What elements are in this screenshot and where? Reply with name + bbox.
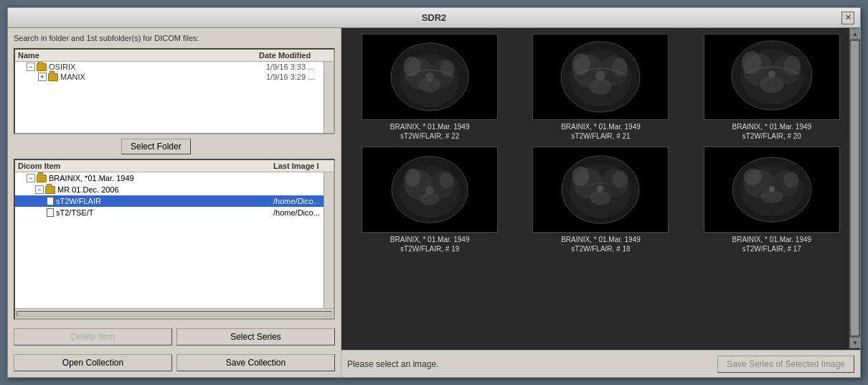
image-label-1: BRAINIX, * 01.Mar. 1949sT2W/FLAIR, # 22	[390, 122, 470, 141]
left-panel: Search in folder and 1st subfolder(s) fo…	[8, 28, 341, 377]
dicom-item-st2wflair[interactable]: sT2W/FLAIR /home/Dico...	[15, 195, 334, 207]
folder-icon-osirix	[37, 63, 47, 71]
close-button[interactable]: ✕	[841, 11, 854, 24]
right-scrollbar[interactable]: ▲ ▼	[849, 28, 860, 348]
h-scroll-track	[16, 311, 332, 317]
image-label-5: BRAINIX, * 01.Mar. 1949sT2W/FLAIR, # 18	[561, 235, 641, 254]
main-content: Search in folder and 1st subfolder(s) fo…	[8, 28, 860, 377]
image-label-4: BRAINIX, * 01.Mar. 1949sT2W/FLAIR, # 19	[390, 235, 470, 254]
svg-point-43	[613, 170, 628, 187]
dicom-tree: Dicom Item Last Image I − BRAINIX, *01.M…	[14, 159, 335, 320]
dicom-item-brainix[interactable]: − BRAINIX, *01.Mar. 1949	[15, 172, 334, 184]
image-thumb-4	[362, 147, 498, 233]
mr-label: MR 01.Dec. 2006	[57, 185, 331, 194]
svg-point-52	[783, 172, 799, 187]
svg-point-44	[598, 185, 605, 192]
manix-label: MANIX	[60, 73, 266, 81]
svg-point-14	[590, 79, 612, 95]
folder-icon-manix	[48, 73, 58, 81]
folder-tree: Name Date Modified − OSIRIX 1/9/16 3:33 …	[14, 48, 335, 134]
search-label: Search in folder and 1st subfolder(s) fo…	[14, 34, 335, 42]
svg-point-42	[572, 167, 590, 187]
image-label-3: BRAINIX, * 01.Mar. 1949sT2W/FLAIR, # 20	[732, 122, 812, 141]
folder-icon-brainix	[37, 175, 47, 182]
st2tse-path: /home/Dico...	[273, 208, 331, 217]
dicom-item-st2tse[interactable]: sT2/TSE/T /home/Dico...	[15, 207, 334, 218]
expand-mr[interactable]: −	[35, 185, 44, 194]
col-date: Date Modified	[259, 51, 331, 60]
dicom-h-scrollbar[interactable]	[15, 308, 334, 318]
col-name: Name	[18, 51, 259, 60]
scroll-thumb[interactable]	[851, 41, 859, 335]
select-series-button[interactable]: Select Series	[176, 328, 335, 345]
osirix-label: OSIRIX	[49, 62, 266, 71]
image-label-2: BRAINIX, * 01.Mar. 1949sT2W/FLAIR, # 21	[561, 122, 641, 141]
image-thumb-2	[532, 34, 669, 120]
dicom-tree-scrollbar[interactable]	[324, 172, 334, 308]
svg-point-26	[768, 70, 775, 78]
bottom-buttons-row2: Open Collection Save Collection	[14, 350, 335, 371]
folder-tree-item-osirix[interactable]: − OSIRIX 1/9/16 3:33 ...	[15, 62, 334, 72]
image-grid: BRAINIX, * 01.Mar. 1949sT2W/FLAIR, # 22	[341, 28, 860, 350]
save-series-button[interactable]: Save Series of Selected Image	[717, 356, 854, 373]
right-bottom-bar: Please select an image. Save Series of S…	[341, 350, 860, 377]
scroll-up-arrow[interactable]: ▲	[849, 28, 860, 40]
svg-point-23	[760, 76, 783, 93]
st2wflair-label: sT2W/FLAIR	[56, 197, 273, 205]
svg-point-8	[425, 73, 434, 81]
image-cell-6[interactable]: BRAINIX, * 01.Mar. 1949sT2W/FLAIR, # 17	[689, 147, 854, 254]
brainix-label: BRAINIX, *01.Mar. 1949	[49, 174, 331, 182]
file-icon-st2wflair	[47, 197, 54, 205]
image-cell-1[interactable]: BRAINIX, * 01.Mar. 1949sT2W/FLAIR, # 22	[347, 34, 512, 141]
title-bar: SDR2 ✕	[8, 8, 860, 28]
svg-point-33	[405, 169, 421, 187]
status-text: Please select an image.	[347, 359, 438, 369]
save-collection-button[interactable]: Save Collection	[176, 354, 335, 371]
svg-point-51	[743, 169, 762, 186]
image-label-6: BRAINIX, * 01.Mar. 1949sT2W/FLAIR, # 17	[732, 235, 812, 254]
svg-point-34	[440, 172, 454, 188]
folder-tree-item-manix[interactable]: + MANIX 1/9/16 3:29 ...	[15, 72, 334, 82]
image-thumb-1	[362, 34, 498, 120]
osirix-date: 1/9/16 3:33 ...	[266, 62, 331, 71]
expand-osirix[interactable]: −	[27, 62, 35, 71]
st2wflair-path: /home/Dico...	[273, 197, 331, 205]
right-panel: BRAINIX, * 01.Mar. 1949sT2W/FLAIR, # 22	[341, 28, 860, 377]
image-thumb-6	[704, 147, 840, 233]
bottom-buttons-row1: Delete Item Select Series	[14, 324, 335, 345]
image-cell-3[interactable]: BRAINIX, * 01.Mar. 1949sT2W/FLAIR, # 20	[689, 34, 854, 141]
svg-point-15	[572, 54, 591, 75]
svg-point-35	[425, 186, 434, 195]
image-thumb-5	[532, 147, 669, 233]
folder-icon-mr	[45, 186, 55, 194]
dicom-tree-scroll[interactable]: − BRAINIX, *01.Mar. 1949 − MR 01.Dec. 20…	[15, 172, 334, 308]
delete-item-button[interactable]: Delete Item	[14, 328, 172, 345]
svg-point-50	[760, 190, 783, 203]
dicom-tree-header: Dicom Item Last Image I	[15, 160, 334, 172]
dicom-col-last: Last Image I	[273, 162, 331, 170]
svg-point-16	[612, 57, 628, 76]
file-icon-st2tse	[47, 208, 54, 217]
dicom-item-mr[interactable]: − MR 01.Dec. 2006	[15, 184, 334, 195]
scroll-down-arrow[interactable]: ▼	[849, 337, 860, 348]
svg-point-17	[596, 70, 606, 80]
open-collection-button[interactable]: Open Collection	[14, 354, 172, 371]
dicom-col-item: Dicom Item	[18, 162, 273, 170]
select-folder-button[interactable]: Select Folder	[121, 139, 191, 154]
image-cell-2[interactable]: BRAINIX, * 01.Mar. 1949sT2W/FLAIR, # 21	[518, 34, 683, 141]
folder-tree-scroll[interactable]: − OSIRIX 1/9/16 3:33 ... + MANIX 1/9/16 …	[15, 62, 334, 133]
image-cell-4[interactable]: BRAINIX, * 01.Mar. 1949sT2W/FLAIR, # 19	[347, 147, 512, 254]
svg-point-7	[440, 60, 455, 77]
svg-point-41	[590, 191, 612, 205]
manix-date: 1/9/16 3:29 ...	[266, 73, 331, 81]
svg-point-53	[769, 186, 775, 192]
window-title: SDR2	[27, 12, 841, 23]
image-thumb-3	[704, 34, 840, 120]
folder-tree-scrollbar[interactable]	[324, 62, 334, 133]
st2tse-label: sT2/TSE/T	[56, 208, 273, 217]
expand-brainix[interactable]: −	[27, 174, 35, 182]
folder-tree-header: Name Date Modified	[15, 50, 334, 62]
image-cell-5[interactable]: BRAINIX, * 01.Mar. 1949sT2W/FLAIR, # 18	[518, 147, 683, 254]
expand-manix[interactable]: +	[38, 73, 47, 81]
main-window: SDR2 ✕ Search in folder and 1st subfolde…	[7, 7, 861, 378]
